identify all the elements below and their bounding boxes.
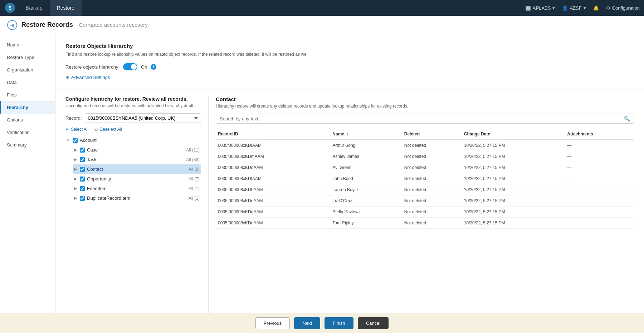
chevron-down-icon: ▾ bbox=[584, 5, 586, 11]
table-row: 0035f000008xKDoAAM Liz D'Cruz Not delete… bbox=[216, 195, 634, 207]
select-row: ✔ Select All ⊘ Deselect All bbox=[65, 126, 201, 132]
user-menu[interactable]: 👤 AZSF ▾ bbox=[562, 5, 586, 11]
col-record-id: Record ID bbox=[216, 129, 330, 140]
tree-item-task[interactable]: ▶ Task All (39) bbox=[73, 155, 201, 164]
sidebar-item-summary[interactable]: Summary bbox=[0, 139, 55, 151]
hierarchy-toggle[interactable] bbox=[123, 63, 137, 70]
expand-contact[interactable]: ▶ bbox=[74, 167, 80, 172]
notifications-button[interactable]: 🔔 bbox=[593, 5, 599, 11]
cell-name: Arthur Song bbox=[330, 140, 402, 151]
cell-attachments: — bbox=[565, 218, 634, 229]
sidebar-item-data[interactable]: Data bbox=[0, 76, 55, 89]
expand-opportunity[interactable]: ▶ bbox=[74, 177, 80, 181]
divider bbox=[55, 89, 644, 89]
search-input[interactable] bbox=[220, 116, 622, 121]
cell-deleted: Not deleted bbox=[402, 195, 462, 207]
sidebar-item-restore-type[interactable]: Restore Type bbox=[0, 51, 55, 64]
expand-duplicaterecorditem[interactable]: ▶ bbox=[74, 196, 80, 200]
sidebar-item-name[interactable]: Name bbox=[0, 39, 55, 51]
info-icon[interactable]: i bbox=[151, 64, 156, 70]
settings-grid-icon: ⊞ bbox=[65, 75, 69, 80]
cell-name: Tom Ripley bbox=[330, 218, 402, 229]
table-row: 0035f000008xKDhAAM Lauren Boyle Not dele… bbox=[216, 184, 634, 195]
cell-change-date: 10/20/22, 5:27:15 PM bbox=[462, 162, 565, 173]
toggle-row: Restore objects hierarchy: On i bbox=[65, 63, 634, 70]
sidebar-item-verification[interactable]: Verification bbox=[0, 126, 55, 139]
cell-change-date: 10/20/22, 5:27:15 PM bbox=[462, 207, 565, 218]
cell-deleted: Not deleted bbox=[402, 207, 462, 218]
data-table: Record ID Name ↑ Deleted Change Date bbox=[216, 129, 634, 229]
cell-deleted: Not deleted bbox=[402, 140, 462, 151]
advanced-settings-link[interactable]: ⊞ Advanced Settings bbox=[65, 75, 634, 80]
cell-record-id: 0035f000008xKDIAAM bbox=[216, 140, 330, 151]
check-icon: ✔ bbox=[65, 126, 69, 132]
previous-button[interactable]: Previous bbox=[255, 317, 290, 329]
cell-attachments: — bbox=[565, 195, 634, 207]
section-desc: Find and restore lookup relationship val… bbox=[65, 51, 634, 58]
configuration-button[interactable]: ⚙ Configuration bbox=[606, 5, 640, 11]
cell-record-id: 0035f000008xKDmAAM bbox=[216, 151, 330, 162]
tree-item-case[interactable]: ▶ Case All (11) bbox=[73, 145, 201, 155]
cell-record-id: 0035f000008xKDqAAM bbox=[216, 162, 330, 173]
cell-change-date: 10/20/22, 5:27:15 PM bbox=[462, 195, 565, 207]
main-layout: Name Restore Type Organization Data File… bbox=[0, 34, 644, 313]
cell-name: Lauren Boyle bbox=[330, 184, 402, 195]
cancel-button[interactable]: Cancel bbox=[358, 317, 389, 329]
tree-item-contact[interactable]: ▶ Contact All (8) bbox=[73, 164, 201, 174]
cell-change-date: 10/20/22, 5:27:15 PM bbox=[462, 173, 565, 184]
checkbox-opportunity[interactable] bbox=[80, 177, 85, 182]
org-selector[interactable]: 🏢 APLABS ▾ bbox=[525, 5, 555, 11]
page-title: Restore Records bbox=[21, 21, 73, 29]
table-row: 0035f000008xKDfAAM John Bond Not deleted… bbox=[216, 173, 634, 184]
cell-name: Stella Pavlova bbox=[330, 207, 402, 218]
configure-desc: Unconfigured records will be restored wi… bbox=[65, 103, 201, 108]
checkbox-contact[interactable] bbox=[80, 167, 85, 172]
tab-backup[interactable]: Backup bbox=[19, 0, 50, 16]
tree-item-feeditem[interactable]: ▶ FeedItem All (1) bbox=[73, 184, 201, 193]
expand-feeditem[interactable]: ▶ bbox=[74, 186, 80, 191]
gear-icon: ⚙ bbox=[606, 5, 610, 11]
tree-item-account[interactable]: ▾ Account bbox=[65, 135, 201, 145]
cell-record-id: 0035f000008xKDnAAM bbox=[216, 218, 330, 229]
sidebar-item-organization[interactable]: Organization bbox=[0, 64, 55, 76]
record-select[interactable]: 0015f00000BSYNDAA5 (United Corp, UK) bbox=[85, 113, 201, 123]
sidebar-item-files[interactable]: Files bbox=[0, 89, 55, 101]
select-all-link[interactable]: ✔ Select All bbox=[65, 126, 88, 132]
checkbox-case[interactable] bbox=[80, 148, 85, 153]
expand-account[interactable]: ▾ bbox=[67, 138, 73, 143]
next-button[interactable]: Next bbox=[294, 317, 320, 329]
table-header: Record ID Name ↑ Deleted Change Date bbox=[216, 129, 634, 140]
col-name[interactable]: Name ↑ bbox=[330, 129, 402, 140]
tree-item-opportunity[interactable]: ▶ Opportunity All (7) bbox=[73, 174, 201, 184]
table-row: 0035f000008xKDnAAM Tom Ripley Not delete… bbox=[216, 218, 634, 229]
user-icon: 👤 bbox=[562, 5, 568, 11]
cell-record-id: 0035f000008xKDhAAM bbox=[216, 184, 330, 195]
checkbox-feeditem[interactable] bbox=[80, 186, 85, 191]
bell-icon: 🔔 bbox=[593, 5, 599, 11]
checkbox-duplicaterecorditem[interactable] bbox=[80, 196, 85, 201]
finish-button[interactable]: Finish bbox=[325, 317, 353, 329]
app-logo[interactable]: S bbox=[4, 2, 16, 14]
col-attachments: Attachments bbox=[565, 129, 634, 140]
top-nav: S Backup Restore 🏢 APLABS ▾ 👤 AZSF ▾ 🔔 ⚙… bbox=[0, 0, 644, 16]
sidebar: Name Restore Type Organization Data File… bbox=[0, 34, 55, 313]
tab-restore[interactable]: Restore bbox=[50, 0, 82, 16]
deselect-all-link[interactable]: ⊘ Deselect All bbox=[94, 126, 122, 132]
contact-title: Contact bbox=[216, 96, 634, 102]
top-nav-left: S Backup Restore bbox=[4, 0, 82, 16]
sort-arrow-name: ↑ bbox=[346, 131, 348, 136]
checkbox-task[interactable] bbox=[80, 157, 85, 162]
tree-item-duplicaterecorditem[interactable]: ▶ DuplicateRecordItem All (1) bbox=[73, 193, 201, 203]
cell-attachments: — bbox=[565, 162, 634, 173]
footer: Previous Next Finish Cancel bbox=[0, 313, 644, 333]
expand-task[interactable]: ▶ bbox=[74, 157, 80, 162]
checkbox-account[interactable] bbox=[73, 138, 78, 143]
sidebar-item-options[interactable]: Options bbox=[0, 114, 55, 126]
sidebar-item-hierarchy[interactable]: Hierarchy bbox=[0, 101, 55, 114]
expand-case[interactable]: ▶ bbox=[74, 148, 80, 152]
two-panel: Configure hierarchy for restore. Review … bbox=[65, 96, 634, 313]
back-button[interactable]: ◀ bbox=[7, 20, 17, 30]
toggle-label: Restore objects hierarchy: bbox=[65, 64, 119, 70]
cell-deleted: Not deleted bbox=[402, 218, 462, 229]
toggle-state: On bbox=[141, 64, 147, 70]
